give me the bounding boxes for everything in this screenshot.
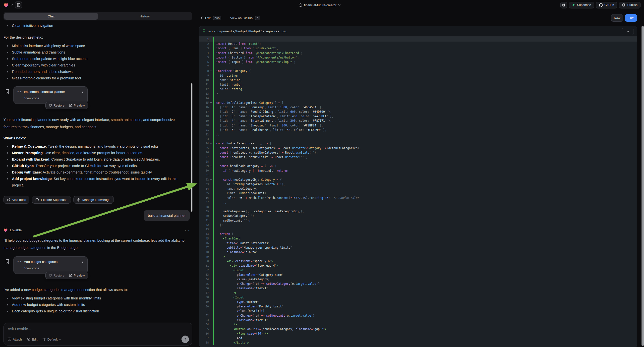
code-line: 27 const [newLimit, setNewLimit] = React… bbox=[200, 155, 637, 159]
code-line: 20 { id: '5', name: 'Shopping', limit: 2… bbox=[200, 123, 637, 128]
user-message-row: would be cool if you could add budget ca… bbox=[4, 321, 190, 321]
code-text: } bbox=[214, 92, 218, 95]
line-number: 6 bbox=[200, 60, 209, 64]
code-text: setCategories([...categories, newCategor… bbox=[214, 210, 304, 213]
bullet-item: Add new budget categories with custom li… bbox=[4, 302, 184, 308]
code-text: limit: Number(newLimit), bbox=[214, 192, 268, 195]
image-icon bbox=[8, 338, 11, 341]
bookmark-icon[interactable] bbox=[6, 259, 9, 264]
collapse-file-button[interactable] bbox=[622, 28, 634, 35]
line-number: 53 bbox=[200, 273, 209, 276]
line-number: 58 bbox=[200, 296, 209, 299]
code-text: <Input bbox=[214, 296, 244, 299]
version-title: Add budget categories bbox=[24, 260, 58, 264]
code-line: 32 const newCategoryObj: Category = { bbox=[200, 178, 637, 182]
tab-chat[interactable]: Chat bbox=[4, 13, 98, 20]
view-code-link[interactable]: View code bbox=[24, 96, 84, 100]
chip-visit-docs[interactable]: Visit docs bbox=[4, 196, 29, 204]
fold-chevron-icon[interactable] bbox=[209, 142, 213, 144]
bullet-item: Clean, intuitive navigation bbox=[4, 22, 184, 29]
version-card-title-row: < >Add budget categories bbox=[17, 260, 84, 264]
bullet-list: Minimalist interface with plenty of whit… bbox=[4, 42, 190, 82]
window-scrollbar[interactable] bbox=[642, 26, 644, 346]
chevron-down-icon bbox=[338, 4, 340, 6]
code-text: </Button> bbox=[214, 341, 249, 344]
code-text: }; bbox=[214, 201, 227, 204]
code-icon: < > bbox=[17, 90, 22, 93]
diff-toggle-button[interactable]: Diff bbox=[625, 14, 637, 22]
line-number: 65 bbox=[200, 328, 209, 331]
chat-scrollbar[interactable] bbox=[191, 84, 192, 212]
line-number: 62 bbox=[200, 314, 209, 317]
line-number: 7 bbox=[200, 65, 209, 68]
chip-manage-knowledge[interactable]: Manage knowledge bbox=[74, 196, 114, 204]
code-text: /> bbox=[214, 323, 237, 326]
fold-chevron-icon[interactable] bbox=[209, 165, 213, 167]
line-number: 23 bbox=[200, 138, 209, 141]
code-text: { id: '6', name: 'Healthcare', limit: 15… bbox=[214, 128, 326, 132]
code-text: setNewCategory(''); bbox=[214, 214, 256, 218]
line-number: 21 bbox=[200, 128, 209, 132]
line-number: 52 bbox=[200, 268, 209, 272]
line-number: 1 bbox=[200, 38, 209, 41]
supabase-icon bbox=[572, 3, 575, 7]
github-button[interactable]: GitHub bbox=[596, 2, 617, 8]
prompt-input[interactable]: Ask Lovable... bbox=[8, 326, 188, 331]
view-on-github-button[interactable]: View on GitHub bbox=[230, 16, 253, 20]
code-line: 53 placeholder="Category name" bbox=[200, 272, 637, 277]
restore-button[interactable]: Restore bbox=[46, 272, 67, 279]
code-line: 26 const [newCategory, setNewCategory] =… bbox=[200, 150, 637, 155]
version-card-wrap: < >Add budget categoriesView codeRestore… bbox=[4, 256, 190, 281]
logo-caret-icon[interactable] bbox=[11, 4, 13, 6]
version-card[interactable]: < >Add budget categoriesView code bbox=[14, 256, 88, 274]
line-number: 56 bbox=[200, 287, 209, 290]
sidebar-toggle-button[interactable] bbox=[15, 2, 22, 8]
raw-toggle-button[interactable]: Raw bbox=[611, 14, 623, 22]
code-panel: Exit ESC View on GitHub G Raw Diff src/c… bbox=[196, 10, 644, 347]
bookmark-icon[interactable] bbox=[6, 89, 9, 94]
chevron-down-icon bbox=[59, 339, 61, 340]
settings-button[interactable] bbox=[560, 2, 567, 8]
project-switcher[interactable]: financial-future-creator bbox=[298, 0, 340, 10]
file-header[interactable]: src/components/budget/BudgetCategories.t… bbox=[200, 26, 637, 36]
preview-button[interactable]: Preview bbox=[67, 102, 87, 109]
version-card[interactable]: < >Implement financial plannerView code bbox=[14, 86, 88, 104]
code-line: 8interface Category { bbox=[200, 69, 637, 73]
fold-chevron-icon[interactable] bbox=[209, 178, 213, 181]
version-card-title-row: < >Implement financial planner bbox=[17, 90, 84, 94]
tab-history[interactable]: History bbox=[98, 13, 192, 20]
bullet-item: Add project knowledge: Set key context o… bbox=[4, 176, 184, 188]
edit-mode-button[interactable]: Edit bbox=[27, 338, 37, 341]
exit-button[interactable]: Exit bbox=[205, 16, 210, 20]
code-text: onChange={(e) => setNewLimit(e.target.va… bbox=[214, 314, 315, 318]
code-line: 29 const handleAddCategory = () => { bbox=[200, 164, 637, 168]
line-number: 36 bbox=[200, 196, 209, 200]
code-text: const [newLimit, setNewLimit] = React.us… bbox=[214, 155, 308, 159]
code-line: 62 onChange={(e) => setNewLimit(e.target… bbox=[200, 313, 637, 318]
code-line: 37 }; bbox=[200, 200, 637, 204]
preview-button[interactable]: Preview bbox=[67, 272, 87, 279]
attach-button[interactable]: Attach bbox=[8, 338, 22, 341]
message-options-button[interactable]: ··· bbox=[185, 228, 190, 232]
view-code-link[interactable]: View code bbox=[24, 266, 84, 270]
code-line: 55 onChange={(e) => setNewCategory(e.tar… bbox=[200, 282, 637, 286]
chevron-left-icon[interactable] bbox=[201, 16, 203, 20]
restore-button[interactable]: Restore bbox=[46, 102, 67, 109]
code-line: 67 Add bbox=[200, 336, 637, 340]
model-selector[interactable]: Default bbox=[42, 338, 61, 341]
lovable-logo[interactable] bbox=[4, 3, 9, 8]
publish-button[interactable]: Publish bbox=[619, 2, 640, 8]
fold-chevron-icon[interactable] bbox=[209, 102, 213, 104]
chip-explore-supabase[interactable]: Explore Supabase bbox=[32, 196, 71, 204]
code-text: > bbox=[214, 255, 225, 258]
code-line: 33 id: String(categories.length + 1), bbox=[200, 182, 637, 186]
send-button[interactable] bbox=[182, 336, 189, 343]
fold-chevron-icon[interactable] bbox=[209, 70, 213, 72]
sliders-icon bbox=[42, 338, 46, 341]
supabase-button[interactable]: Supabase bbox=[569, 2, 594, 8]
code-text: /> bbox=[214, 291, 237, 295]
bullet-item: Glass-morphic elements for a premium fee… bbox=[4, 75, 184, 82]
diff-added-bar bbox=[213, 96, 214, 100]
prompt-composer[interactable]: Ask Lovable... Attach Edit Default bbox=[4, 322, 192, 346]
line-number: 51 bbox=[200, 264, 209, 267]
